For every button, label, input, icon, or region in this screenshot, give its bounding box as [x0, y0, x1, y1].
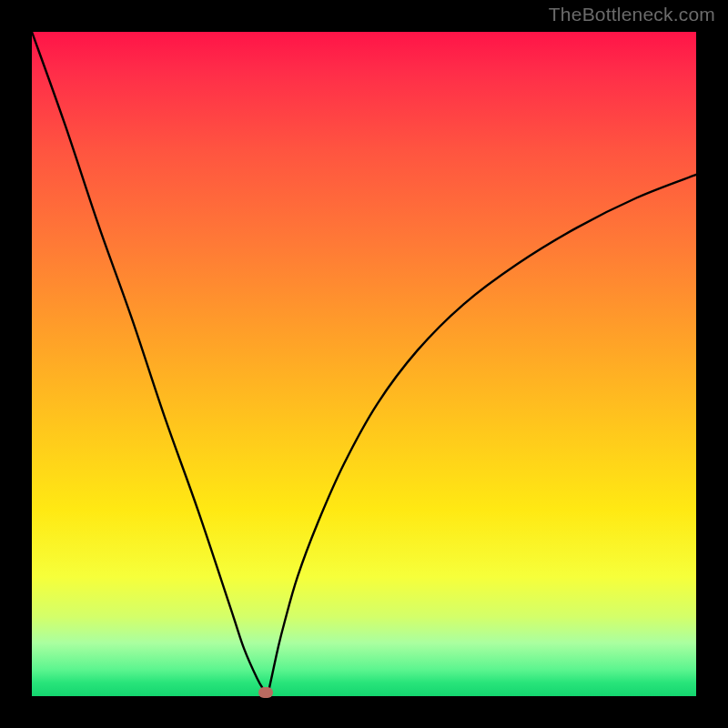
optimal-point-marker — [258, 687, 273, 698]
gradient-background — [32, 32, 696, 696]
chart-frame: TheBottleneck.com — [0, 0, 728, 728]
watermark-text: TheBottleneck.com — [549, 4, 715, 25]
plot-area — [32, 32, 696, 696]
